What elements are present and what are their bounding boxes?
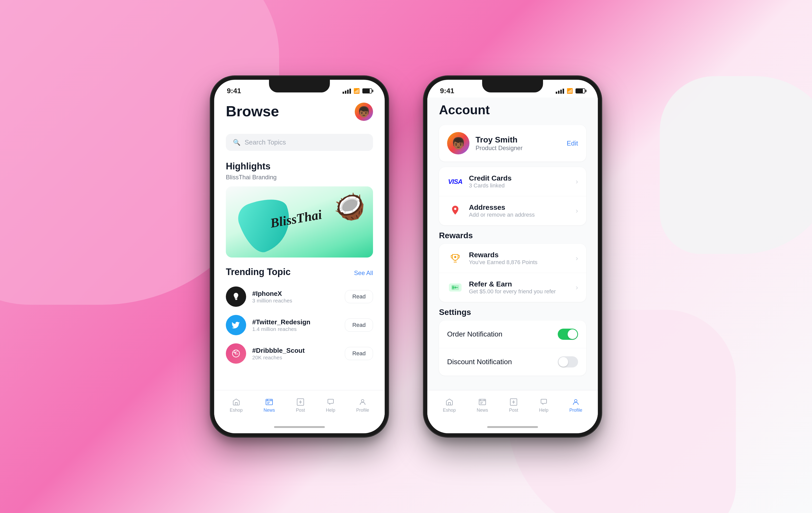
phones-container: 9:41 📶 <box>211 76 601 437</box>
tab-news-account[interactable]: News <box>477 398 488 413</box>
profile-avatar: 👦🏾 <box>447 132 469 155</box>
rewards-title: Rewards <box>469 251 570 259</box>
notch-account <box>482 80 543 92</box>
svg-rect-6 <box>452 286 454 289</box>
tab-eshop-label-browse: Eshop <box>230 408 242 413</box>
tab-eshop-label-account: Eshop <box>443 408 456 413</box>
profile-name: Troy Smith <box>475 135 560 144</box>
tab-profile-label-account: Profile <box>570 408 582 413</box>
credit-cards-text: Credit Cards 3 Cards linked <box>469 174 570 189</box>
topic-info-3: #Dribbble_Scout 20K reaches <box>252 347 339 361</box>
status-icons-browse: 📶 <box>343 88 372 94</box>
see-all-btn[interactable]: See All <box>354 269 373 276</box>
rewards-item[interactable]: Rewards You've Earned 8,876 Points › <box>439 244 586 273</box>
rewards-section-label: Rewards <box>439 231 586 240</box>
discount-notification-toggle[interactable] <box>558 356 578 368</box>
topic-info-1: #IphoneX 3 million reaches <box>252 290 339 304</box>
rewards-subtitle: You've Earned 8,876 Points <box>469 259 570 266</box>
chevron-refer: › <box>576 284 578 292</box>
search-bar[interactable]: 🔍 Search Topics <box>226 134 373 151</box>
topic-name-1: #IphoneX <box>252 290 339 298</box>
search-placeholder: Search Topics <box>244 138 286 146</box>
visa-icon: VISA <box>447 177 463 187</box>
order-notification-label: Order Notification <box>447 330 558 338</box>
search-icon: 🔍 <box>233 139 240 146</box>
status-time-account: 9:41 <box>440 87 454 95</box>
profile-info: Troy Smith Product Designer <box>475 135 560 152</box>
user-avatar-browse[interactable]: 👦🏾 <box>355 103 373 121</box>
read-btn-3[interactable]: Read <box>345 347 373 360</box>
discount-notification-label: Discount Notification <box>447 358 558 366</box>
refer-text: Refer & Earn Get $5.00 for every friend … <box>469 280 570 295</box>
battery-icon-account <box>576 88 585 93</box>
phone-browse-inner: 9:41 📶 <box>214 80 385 433</box>
tab-profile-browse[interactable]: Profile <box>356 398 369 413</box>
wifi-icon-account: 📶 <box>567 88 573 94</box>
highlight-card[interactable]: BlissThai 🥥 <box>226 186 373 258</box>
rewards-menu-section: Rewards You've Earned 8,876 Points › <box>439 244 586 302</box>
svg-point-3 <box>361 400 364 402</box>
account-title: Account <box>439 103 586 117</box>
trending-item-3: #Dribbble_Scout 20K reaches Read <box>226 343 373 364</box>
chevron-rewards: › <box>576 254 578 262</box>
trending-section: Trending Topic See All #IphoneX <box>226 267 373 364</box>
credit-cards-subtitle: 3 Cards linked <box>469 182 570 189</box>
account-menu-section: VISA Credit Cards 3 Cards linked › <box>439 167 586 225</box>
chevron-credit-cards: › <box>576 178 578 186</box>
addresses-text: Addresses Add or remove an address <box>469 204 570 218</box>
tab-help-browse[interactable]: Help <box>326 398 335 413</box>
tab-post-account[interactable]: Post <box>509 398 518 413</box>
tab-post-browse[interactable]: Post <box>296 398 305 413</box>
status-time-browse: 9:41 <box>227 87 241 95</box>
tab-help-label-browse: Help <box>326 408 335 413</box>
order-notification-toggle[interactable] <box>558 329 578 340</box>
credit-cards-item[interactable]: VISA Credit Cards 3 Cards linked › <box>439 167 586 196</box>
tab-news-label-account: News <box>477 408 488 413</box>
tab-eshop-account[interactable]: Eshop <box>443 398 456 413</box>
account-content: Account 👦🏾 Troy Smith Product Designer E… <box>427 98 598 390</box>
tab-profile-account[interactable]: Profile <box>570 398 582 413</box>
apple-icon <box>226 287 246 307</box>
phone-account-inner: 9:41 📶 Account <box>427 80 598 433</box>
refer-earn-item[interactable]: Refer & Earn Get $5.00 for every friend … <box>439 273 586 302</box>
edit-button[interactable]: Edit <box>567 139 578 147</box>
topic-name-3: #Dribbble_Scout <box>252 347 339 354</box>
location-icon <box>447 206 463 216</box>
tab-help-account[interactable]: Help <box>539 398 548 413</box>
chevron-addresses: › <box>576 207 578 215</box>
trophy-icon <box>447 253 463 263</box>
profile-card[interactable]: 👦🏾 Troy Smith Product Designer Edit <box>439 125 586 162</box>
topic-reach-1: 3 million reaches <box>252 298 339 304</box>
tab-news-browse[interactable]: News <box>264 398 275 413</box>
home-indicator-browse <box>214 421 385 433</box>
trending-item-1: #IphoneX 3 million reaches Read <box>226 287 373 307</box>
browse-title: Browse <box>226 103 279 119</box>
refer-icon <box>447 282 463 293</box>
svg-point-4 <box>454 256 456 258</box>
tab-bar-account: Eshop News Post <box>427 390 598 421</box>
topic-name-2: #Twitter_Redesign <box>252 318 339 326</box>
tab-news-label-browse: News <box>264 408 275 413</box>
home-indicator-account <box>427 421 598 433</box>
refer-subtitle: Get $5.00 for every friend you refer <box>469 288 570 295</box>
refer-title: Refer & Earn <box>469 280 570 288</box>
coconut-icon: 🥥 <box>334 191 366 221</box>
tab-help-label-account: Help <box>539 408 548 413</box>
svg-point-9 <box>575 400 577 402</box>
trending-item-2: #Twitter_Redesign 1.4 million reaches Re… <box>226 315 373 335</box>
svg-point-0 <box>232 350 239 357</box>
highlights-section: Highlights BlissThai Branding BlissThai … <box>226 161 373 258</box>
topic-reach-2: 1.4 million reaches <box>252 326 339 332</box>
browse-scroll: Browse 👦🏾 🔍 Search Topics Highlights Bli… <box>214 98 385 390</box>
signal-icon-account <box>556 88 564 94</box>
addresses-item[interactable]: Addresses Add or remove an address › <box>439 196 586 225</box>
status-icons-account: 📶 <box>556 88 585 94</box>
read-btn-1[interactable]: Read <box>345 290 373 303</box>
tab-eshop-browse[interactable]: Eshop <box>230 398 242 413</box>
browse-header: Browse 👦🏾 <box>226 103 373 127</box>
tab-bar-browse: Eshop News Post <box>214 390 385 421</box>
notch-browse <box>269 80 330 92</box>
browse-content: Browse 👦🏾 🔍 Search Topics Highlights Bli… <box>214 98 385 390</box>
trending-title: Trending Topic <box>226 267 291 277</box>
read-btn-2[interactable]: Read <box>345 319 373 332</box>
